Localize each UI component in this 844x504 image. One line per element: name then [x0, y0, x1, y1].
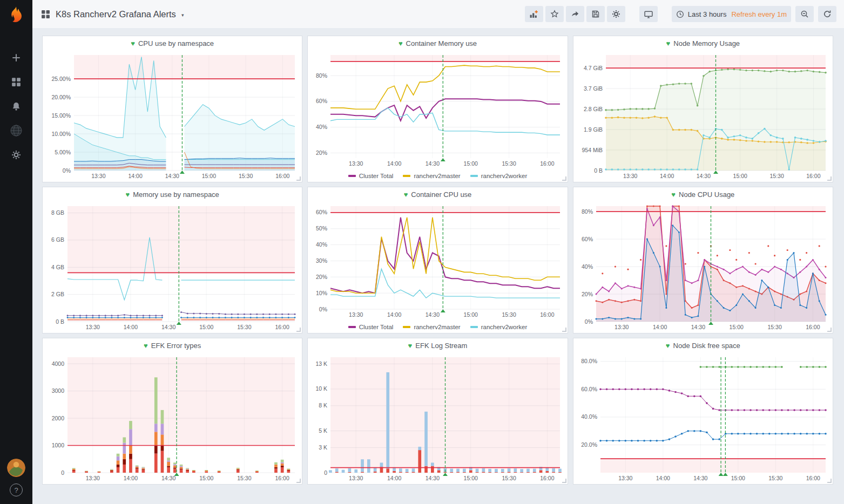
svg-text:10%: 10% [316, 290, 327, 296]
svg-text:20%: 20% [316, 274, 327, 280]
chart-svg: 0100020003000400013:3014:0014:3015:0015:… [43, 353, 302, 484]
dashboard-settings-button[interactable] [607, 6, 625, 22]
sidebar-item-configuration[interactable] [0, 142, 32, 167]
sidebar-item-explore[interactable] [0, 118, 32, 142]
chart-efk-log-stream[interactable]: 03 K5 K8 K10 K13 K13:3014:0014:3015:0015… [308, 353, 567, 484]
svg-text:4.7 GiB: 4.7 GiB [584, 65, 603, 71]
legend-swatch [470, 175, 478, 177]
grafana-app: ? K8s Rancherv2 Grafana Alerts ▾ [0, 0, 844, 504]
panel-node-memory-usage: ♥ Node Memory Usage 0 B954 MiB1.9 GiB2.8… [573, 36, 833, 182]
chart-node-memory-usage[interactable]: 0 B954 MiB1.9 GiB2.8 GiB3.7 GiB4.7 GiB13… [573, 51, 833, 182]
svg-text:14:30: 14:30 [696, 173, 710, 179]
panel-container-cpu-use: ♥ Container CPU use 0%10%20%30%40%50%60%… [307, 187, 568, 333]
panel-header[interactable]: ♥ Node CPU Usage [573, 187, 833, 202]
panel-title: Node Memory Usage [673, 39, 740, 47]
svg-text:13 K: 13 K [316, 360, 328, 367]
help-icon: ? [14, 486, 18, 494]
chart-node-cpu-usage[interactable]: 0%20%40%60%80%13:3014:0014:3015:0015:301… [573, 202, 833, 333]
panel-header[interactable]: ♥ Node Disk free space [573, 338, 833, 353]
svg-text:3.7 GiB: 3.7 GiB [584, 85, 603, 92]
chart-memory-use-by-namespace[interactable]: 0 B2 GB4 GB6 GB8 GB13:3014:0014:3015:001… [43, 202, 302, 333]
svg-text:13:30: 13:30 [349, 311, 363, 318]
svg-text:14:00: 14:00 [124, 475, 138, 481]
grafana-flame-icon [6, 4, 26, 26]
panel-header[interactable]: ♥ Container CPU use [308, 187, 567, 202]
cycle-view-button[interactable] [639, 6, 658, 22]
monitor-icon [644, 10, 653, 19]
time-range-button[interactable]: Last 3 hours Refresh every 1m [672, 6, 791, 22]
legend-item[interactable]: rancherv2worker [470, 324, 528, 330]
dashboards-grid-icon [11, 77, 21, 87]
svg-text:40%: 40% [316, 241, 327, 248]
share-button[interactable] [566, 6, 584, 22]
alert-ok-heart-icon: ♥ [666, 40, 671, 47]
svg-text:0 B: 0 B [594, 167, 603, 174]
svg-text:15:00: 15:00 [464, 475, 478, 481]
chart-container-memory-use[interactable]: 20%40%60%80%13:3014:0014:3015:0015:3016:… [308, 51, 567, 169]
chart-svg: 0 B2 GB4 GB6 GB8 GB13:3014:0014:3015:001… [43, 202, 302, 333]
svg-text:16:00: 16:00 [806, 324, 820, 330]
svg-text:14:00: 14:00 [387, 160, 401, 167]
add-panel-button[interactable] [525, 6, 543, 22]
save-button[interactable] [586, 6, 605, 22]
sidebar-item-dashboards[interactable] [0, 70, 32, 94]
svg-text:15:30: 15:30 [768, 475, 782, 481]
panel-title: Node CPU Usage [679, 190, 734, 199]
alert-ok-heart-icon: ♥ [144, 342, 148, 349]
legend-item[interactable]: rancherv2master [403, 324, 460, 330]
avatar[interactable] [7, 459, 25, 477]
panel-memory-use-by-namespace: ♥ Memory use by namespace 0 B2 GB4 GB6 G… [42, 187, 302, 333]
chart-svg: 0 B954 MiB1.9 GiB2.8 GiB3.7 GiB4.7 GiB13… [573, 51, 833, 182]
dashboard-grid: ♥ CPU use by namespace 0%5.00%10.00%15.0… [32, 28, 844, 504]
sidebar-item-alerting[interactable] [0, 94, 32, 118]
chart-container-cpu-use[interactable]: 0%10%20%30%40%50%60%13:3014:0014:3015:00… [308, 202, 567, 321]
panel-header[interactable]: ♥ CPU use by namespace [43, 36, 302, 51]
gear-icon [11, 150, 21, 160]
svg-text:15:30: 15:30 [502, 160, 516, 167]
chart-svg: 0%5.00%10.00%15.00%20.00%25.00%13:3014:0… [43, 51, 302, 182]
clock-icon [676, 10, 684, 18]
chart-efk-error-types[interactable]: 0100020003000400013:3014:0014:3015:0015:… [43, 353, 302, 484]
svg-text:14:00: 14:00 [660, 173, 674, 179]
svg-text:14:30: 14:30 [693, 475, 707, 481]
svg-text:8 GB: 8 GB [51, 209, 64, 216]
chart-node-disk-free-space[interactable]: 20.0%40.0%60.0%80.0%13:3014:0014:3015:00… [573, 353, 833, 484]
svg-text:60%: 60% [316, 209, 327, 215]
svg-text:13:30: 13:30 [86, 475, 100, 481]
svg-text:14:00: 14:00 [128, 173, 142, 179]
legend-swatch [348, 326, 356, 328]
navbar: K8s Rancherv2 Grafana Alerts ▾ [32, 0, 844, 28]
svg-text:8 K: 8 K [319, 402, 328, 408]
svg-text:0%: 0% [319, 306, 327, 312]
panel-efk-log-stream: ♥ EFK Log Stream 03 K5 K8 K10 K13 K13:30… [307, 338, 568, 485]
legend-item[interactable]: Cluster Total [348, 324, 394, 330]
refresh-button[interactable] [818, 6, 836, 22]
help-button[interactable]: ? [10, 483, 23, 496]
chart-cpu-use-by-namespace[interactable]: 0%5.00%10.00%15.00%20.00%25.00%13:3014:0… [43, 51, 302, 182]
alert-ok-heart-icon: ♥ [399, 40, 403, 47]
legend-item[interactable]: rancherv2master [403, 173, 460, 179]
zoom-out-button[interactable] [795, 6, 814, 22]
star-button[interactable] [545, 6, 564, 22]
legend-item[interactable]: Cluster Total [348, 173, 394, 179]
sidebar-item-add[interactable] [0, 45, 32, 70]
grafana-logo[interactable] [0, 0, 32, 30]
panel-header[interactable]: ♥ Node Memory Usage [573, 36, 833, 51]
panel-header[interactable]: ♥ Memory use by namespace [43, 187, 302, 202]
svg-text:0%: 0% [584, 318, 592, 325]
svg-text:16:00: 16:00 [806, 173, 820, 179]
legend-item[interactable]: rancherv2worker [470, 173, 528, 179]
main-area: K8s Rancherv2 Grafana Alerts ▾ [32, 0, 844, 504]
svg-text:40.0%: 40.0% [581, 413, 597, 420]
panel-header[interactable]: ♥ Container Memory use [308, 36, 567, 51]
svg-text:16:00: 16:00 [541, 160, 555, 167]
dashboard-title-button[interactable]: K8s Rancherv2 Grafana Alerts ▾ [41, 9, 184, 19]
svg-text:0%: 0% [63, 167, 71, 174]
alert-ok-heart-icon: ♥ [131, 40, 135, 47]
panel-header[interactable]: ♥ EFK Error types [43, 338, 302, 353]
panel-header[interactable]: ♥ EFK Log Stream [308, 338, 567, 353]
svg-text:30%: 30% [316, 257, 327, 264]
svg-text:4000: 4000 [52, 360, 65, 367]
globe-icon [10, 124, 23, 137]
save-icon [591, 10, 600, 18]
